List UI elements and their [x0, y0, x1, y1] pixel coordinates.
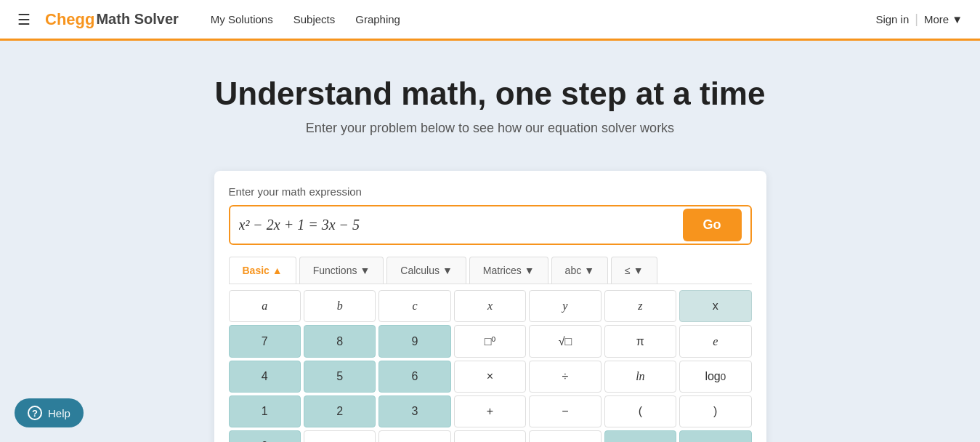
header: ☰ Chegg Math Solver My Solutions Subject… [0, 0, 980, 41]
nav-graphing[interactable]: Graphing [355, 13, 400, 25]
kbd-7[interactable]: 7 [229, 325, 301, 358]
tab-basic-arrow: ▲ [272, 265, 283, 276]
kbd-multiply[interactable]: × [454, 361, 526, 393]
tab-functions[interactable]: Functions ▼ [299, 257, 384, 284]
kbd-lparen[interactable]: ( [604, 395, 676, 427]
sign-in-link[interactable]: Sign in [875, 13, 909, 25]
logo[interactable]: Chegg Math Solver [45, 10, 179, 29]
go-button[interactable]: Go [683, 209, 742, 241]
hero-title: Understand math, one step at a time [17, 76, 963, 112]
kbd-b[interactable]: b [304, 290, 376, 322]
help-icon: ? [28, 406, 42, 420]
kbd-c[interactable]: c [378, 290, 450, 322]
kbd-gt[interactable]: > [679, 430, 751, 442]
kbd-x[interactable]: x [454, 290, 526, 322]
hero-section: Understand math, one step at a time Ente… [0, 41, 980, 153]
chevron-down-icon: ▼ [952, 13, 963, 25]
kbd-2[interactable]: 2 [304, 395, 376, 427]
kbd-sqrt[interactable]: √□ [529, 325, 601, 358]
tab-matrices-arrow: ▼ [525, 265, 535, 276]
logo-rest: Math Solver [96, 11, 178, 28]
header-nav: My Solutions Subjects Graphing [211, 13, 400, 25]
kbd-1[interactable]: 1 [229, 395, 301, 427]
tab-leq[interactable]: ≤ ▼ [611, 257, 657, 284]
header-left: ☰ Chegg Math Solver My Solutions Subject… [17, 10, 400, 29]
kbd-lt[interactable]: < [604, 430, 676, 442]
hero-subtitle: Enter your problem below to see how our … [17, 121, 963, 136]
tab-leq-arrow: ▼ [633, 265, 644, 276]
tab-calculus-arrow: ▼ [442, 265, 453, 276]
kbd-equals[interactable]: = [454, 430, 526, 442]
kbd-9[interactable]: 9 [378, 325, 450, 358]
solver-label: Enter your math expression [229, 185, 752, 198]
kbd-divide[interactable]: ÷ [529, 361, 601, 393]
nav-my-solutions[interactable]: My Solutions [211, 13, 273, 25]
kbd-dot[interactable]: . [304, 430, 376, 442]
input-row: Go [229, 205, 752, 245]
tab-functions-arrow: ▼ [360, 265, 370, 276]
tab-abc[interactable]: abc ▼ [551, 257, 608, 284]
kbd-e[interactable]: e [679, 325, 751, 358]
kbd-ln[interactable]: ln [604, 361, 676, 393]
tab-calculus[interactable]: Calculus ▼ [386, 257, 466, 284]
tab-matrices[interactable]: Matrices ▼ [469, 257, 548, 284]
tab-basic[interactable]: Basic ▲ [229, 257, 296, 284]
kbd-6[interactable]: 6 [378, 361, 450, 393]
kbd-empty2[interactable] [529, 430, 601, 442]
kbd-minus[interactable]: − [529, 395, 601, 427]
help-button[interactable]: ? Help [15, 398, 84, 427]
kbd-empty1[interactable] [378, 430, 450, 442]
nav-subjects[interactable]: Subjects [293, 13, 336, 25]
logo-chegg: Chegg [45, 10, 94, 29]
kbd-5[interactable]: 5 [304, 361, 376, 393]
kbd-rparen[interactable]: ) [679, 395, 751, 427]
kbd-plus[interactable]: + [454, 395, 526, 427]
kbd-z[interactable]: z [604, 290, 676, 322]
kbd-log[interactable]: log0 [679, 361, 751, 393]
kbd-y[interactable]: y [529, 290, 601, 322]
kbd-3[interactable]: 3 [378, 395, 450, 427]
kbd-delete[interactable]: x [679, 290, 751, 322]
kbd-pi[interactable]: π [604, 325, 676, 358]
header-right: Sign in | More ▼ [875, 12, 963, 27]
kbd-4[interactable]: 4 [229, 361, 301, 393]
kbd-power[interactable]: □⁰ [454, 325, 526, 358]
kbd-8[interactable]: 8 [304, 325, 376, 358]
math-input[interactable] [239, 206, 674, 244]
kbd-0[interactable]: 0 [229, 430, 301, 442]
more-button[interactable]: More ▼ [924, 13, 963, 25]
solver-container: Enter your math expression Go Basic ▲ Fu… [214, 171, 766, 442]
keyboard-grid: a b c x y z x 7 8 9 □⁰ √□ π e 4 5 6 × ÷ … [229, 284, 752, 442]
header-divider: | [915, 12, 918, 27]
keyboard-tabs: Basic ▲ Functions ▼ Calculus ▼ Matrices … [229, 257, 752, 284]
tab-abc-arrow: ▼ [584, 265, 594, 276]
kbd-a[interactable]: a [229, 290, 301, 322]
help-label: Help [48, 407, 70, 419]
hamburger-icon[interactable]: ☰ [17, 11, 31, 28]
